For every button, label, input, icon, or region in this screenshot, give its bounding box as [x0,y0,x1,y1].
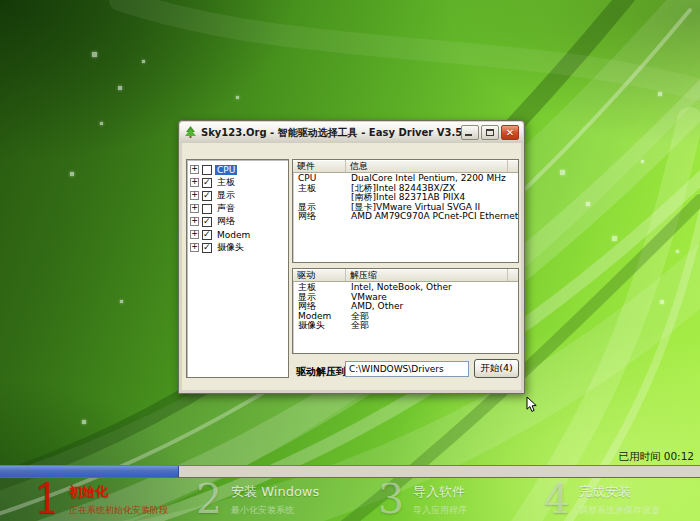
install-progress-fill [0,466,179,477]
desktop-wallpaper: Sky123.Org - 智能驱动选择工具 - Easy Driver V3.5… [0,0,700,521]
driver-row[interactable]: Modem 全部 [293,312,518,322]
extract-path-label: 驱动解压到 [296,365,346,379]
install-progress-bar [0,465,700,478]
minimize-icon [465,134,472,136]
cell-info: [南桥]Intel 82371AB PIIX4 [346,193,518,203]
cell-extract: AMD, Other [346,302,518,312]
driver-selection-list: 驱动 解压缩 主板 Intel, NoteBook, Other 显示 VMwa… [292,268,519,354]
cell-hardware: 网络 [293,212,346,222]
step-title: 导入软件 [413,483,467,501]
extract-path-input[interactable]: C:\WINDOWS\Drivers [345,361,469,377]
maximize-button[interactable] [481,125,499,140]
tree-item-sound[interactable]: + 声音 [187,202,288,215]
cell-extract: 全部 [346,312,518,322]
sparkle [92,52,97,57]
step-title: 安装 Windows [231,483,319,501]
sparkle [560,170,565,175]
tree-item-modem[interactable]: + Modem [187,228,288,241]
checkbox[interactable] [202,204,212,214]
expand-icon[interactable]: + [190,178,199,187]
tree-item-label: 网络 [215,215,237,228]
cell-hardware [293,193,346,203]
hardware-row[interactable]: CPU DualCore Intel Pentium, 2200 MHz [293,174,518,184]
step-subtitle: 最小化安装系统 [231,504,319,517]
cell-driver: Modem [293,312,346,322]
hardware-row[interactable]: 主板 [北桥]Intel 82443BX/ZX [293,184,518,194]
cell-extract: VMware [346,293,518,303]
checkbox[interactable] [202,217,212,227]
cell-info: AMD AM79C970A PCnet-PCI Ethernet Ada... [346,212,518,222]
sparkle [70,172,74,176]
list-header: 硬件 信息 [293,160,518,173]
cell-driver: 显示 [293,293,346,303]
step-finish-install: 4 完成安装 调整系统并保存设置 [544,479,660,521]
sparkle [100,122,103,125]
cell-info: DualCore Intel Pentium, 2200 MHz [346,174,518,184]
sparkle [118,86,122,90]
tree-item-cpu[interactable]: + CPU [187,163,288,176]
tree-item-label: 声音 [215,202,237,215]
tree-item-label: Modem [215,230,252,240]
step-import-software: 3 导入软件 导入应用程序 [378,479,467,521]
cell-extract: Intel, NoteBook, Other [346,283,518,293]
checkbox[interactable] [202,191,212,201]
expand-icon[interactable]: + [190,230,199,239]
step-install-windows: 2 安装 Windows 最小化安装系统 [196,479,319,521]
tree-item-network[interactable]: + 网络 [187,215,288,228]
window-client-area: + CPU + 主板 + 显示 + 声音 [182,143,521,390]
cell-hardware: CPU [293,174,346,184]
window-titlebar[interactable]: Sky123.Org - 智能驱动选择工具 - Easy Driver V3.5… [180,122,523,143]
column-header-info[interactable]: 信息 [346,160,508,172]
cell-extract: 全部 [346,321,518,331]
elapsed-time: 已用时间 00:12 [618,450,694,464]
expand-icon[interactable]: + [190,165,199,174]
column-header-driver[interactable]: 驱动 [293,269,346,281]
cell-driver: 网络 [293,302,346,312]
sparkle [142,60,145,63]
list-header: 驱动 解压缩 [293,269,518,282]
expand-icon[interactable]: + [190,204,199,213]
cell-driver: 主板 [293,283,346,293]
cell-info: [显卡]VMware Virtual SVGA II [346,203,518,213]
start-button[interactable]: 开始(4) [474,359,519,378]
driver-row[interactable]: 网络 AMD, Other [293,302,518,312]
tree-item-mainboard[interactable]: + 主板 [187,176,288,189]
expand-icon[interactable]: + [190,191,199,200]
step-subtitle: 正在系统初始化安装阶段 [69,504,168,517]
device-tree: + CPU + 主板 + 显示 + 声音 [186,159,289,378]
tree-item-camera[interactable]: + 摄像头 [187,241,288,254]
checkbox[interactable] [202,178,212,188]
checkbox[interactable] [202,165,212,175]
step-subtitle: 调整系统并保存设置 [579,504,660,517]
hardware-row[interactable]: 显示 [显卡]VMware Virtual SVGA II [293,203,518,213]
tree-item-label: 摄像头 [215,241,246,254]
maximize-icon [486,129,494,136]
driver-row[interactable]: 摄像头 全部 [293,321,518,331]
checkbox[interactable] [202,243,212,253]
driver-row[interactable]: 主板 Intel, NoteBook, Other [293,283,518,293]
sparkle [676,250,679,253]
step-number: 2 [196,479,222,521]
minimize-button[interactable] [461,125,479,140]
close-icon: ✕ [502,126,518,139]
tree-item-display[interactable]: + 显示 [187,189,288,202]
hardware-row[interactable]: 网络 AMD AM79C970A PCnet-PCI Ethernet Ada.… [293,212,518,222]
column-header-spacer [508,160,518,172]
expand-icon[interactable]: + [190,217,199,226]
driver-row[interactable]: 显示 VMware [293,293,518,303]
step-initialize: 1 初始化 正在系统初始化安装阶段 [34,479,168,521]
column-header-hardware[interactable]: 硬件 [293,160,346,172]
expand-icon[interactable]: + [190,243,199,252]
tree-item-label: 主板 [215,176,237,189]
step-subtitle: 导入应用程序 [413,504,467,517]
hardware-row[interactable]: [南桥]Intel 82371AB PIIX4 [293,193,518,203]
elapsed-value: 00:12 [664,450,694,462]
app-icon [184,126,197,139]
close-button[interactable]: ✕ [501,125,519,140]
sparkle [120,300,123,303]
step-number: 1 [34,479,60,521]
checkbox[interactable] [202,230,212,240]
window-title: Sky123.Org - 智能驱动选择工具 - Easy Driver V3.5 [201,126,462,140]
column-header-extract[interactable]: 解压缩 [346,269,508,281]
sparkle [586,202,590,206]
